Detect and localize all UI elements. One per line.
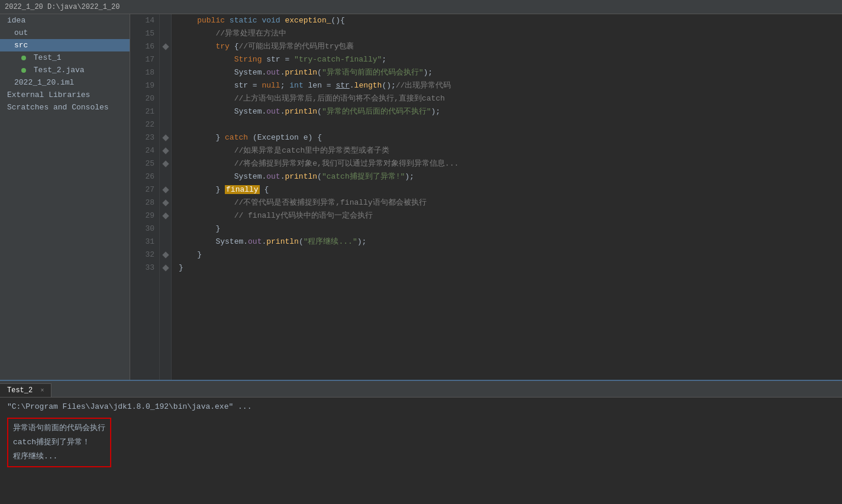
finally-keyword: finally: [225, 185, 260, 194]
gutter-30: [160, 222, 171, 235]
close-tab-icon[interactable]: ×: [40, 387, 44, 394]
gutter-20: [160, 92, 171, 105]
gutter-32[interactable]: [160, 248, 171, 261]
gutter-23[interactable]: [160, 131, 171, 144]
gutter-18: [160, 66, 171, 79]
sidebar-item-label: Scratches and Consoles: [7, 103, 109, 112]
code-line-25: //将会捕捉到异常对象e,我们可以通过异常对象得到异常信息...: [179, 157, 842, 170]
code-line-19: str = null; int len = str.length();//出现异…: [179, 79, 842, 92]
breakpoint-diamond-25[interactable]: [162, 160, 169, 167]
code-line-29: // finally代码块中的语句一定会执行: [179, 209, 842, 222]
test2-dot-icon: [21, 68, 26, 73]
gutter-26: [160, 170, 171, 183]
console-output: "C:\Program Files\Java\jdk1.8.0_192\bin\…: [0, 398, 842, 504]
code-line-14: public static void exception_(){: [179, 14, 842, 27]
code-line-30: }: [179, 222, 842, 235]
code-line-15: //异常处理在方法中: [179, 27, 842, 40]
code-editor[interactable]: 14 15 16 17 18 19 20 21 22 23 24 25 26 2…: [130, 14, 842, 380]
gutter-25[interactable]: [160, 157, 171, 170]
gutter-15: [160, 27, 171, 40]
bottom-tab-test2[interactable]: Test_2 ×: [0, 383, 51, 397]
gutter-29[interactable]: [160, 209, 171, 222]
top-bar-title: 2022_1_20 D:\java\2022_1_20: [5, 3, 120, 11]
console-output-line-3: 程序继续...: [13, 450, 105, 464]
breakpoint-diamond-29[interactable]: [162, 212, 169, 219]
test1-dot-icon: [21, 56, 26, 60]
gutter-19: [160, 79, 171, 92]
breakpoint-diamond-32[interactable]: [162, 251, 169, 258]
breakpoint-diamond-27[interactable]: [162, 186, 169, 193]
code-line-17: String str = "try-catch-finally";: [179, 53, 842, 66]
gutter-27[interactable]: [160, 183, 171, 196]
gutter-24[interactable]: [160, 144, 171, 157]
gutter-14: [160, 14, 171, 27]
editor-area: 14 15 16 17 18 19 20 21 22 23 24 25 26 2…: [130, 14, 842, 380]
sidebar-item-src[interactable]: src: [0, 39, 130, 51]
gutter-16[interactable]: [160, 40, 171, 53]
code-line-23: } catch (Exception e) {: [179, 131, 842, 144]
code-line-24: //如果异常是catch里中的异常类型或者子类: [179, 144, 842, 157]
sidebar-item-scratches[interactable]: Scratches and Consoles: [0, 101, 130, 114]
code-line-33: }: [179, 261, 842, 274]
code-line-27: } finally {: [179, 183, 842, 196]
breakpoint-diamond-28[interactable]: [162, 199, 169, 206]
gutter: [160, 14, 172, 380]
gutter-17: [160, 53, 171, 66]
breakpoint-diamond-33[interactable]: [162, 264, 169, 271]
console-cmd: "C:\Program Files\Java\jdk1.8.0_192\bin\…: [7, 401, 835, 413]
bottom-panel: Test_2 × "C:\Program Files\Java\jdk1.8.0…: [0, 380, 842, 504]
top-bar: 2022_1_20 D:\java\2022_1_20: [0, 0, 842, 14]
sidebar-item-extlibs[interactable]: External Libraries: [0, 89, 130, 101]
code-line-16: try {//可能出现异常的代码用try包裹: [179, 40, 842, 53]
sidebar-item-label: External Libraries: [7, 91, 90, 99]
code-line-22: [179, 118, 842, 131]
main-area: idea out src Test_1 Test_2.java 2022_1_2…: [0, 14, 842, 380]
gutter-31: [160, 235, 171, 248]
sidebar-item-label: Test_2.java: [34, 66, 85, 75]
console-output-line-2: catch捕捉到了异常！: [13, 435, 105, 450]
bottom-tabs: Test_2 ×: [0, 381, 842, 398]
sidebar-item-iml[interactable]: 2022_1_20.iml: [0, 76, 130, 89]
breakpoint-diamond-23[interactable]: [162, 134, 169, 141]
code-line-18: System.out.println("异常语句前面的代码会执行");: [179, 66, 842, 79]
sidebar-item-test1[interactable]: Test_1: [0, 51, 130, 64]
sidebar: idea out src Test_1 Test_2.java 2022_1_2…: [0, 14, 130, 380]
code-content[interactable]: public static void exception_(){ //异常处理在…: [172, 14, 842, 380]
code-line-28: //不管代码是否被捕捉到异常,finally语句都会被执行: [179, 196, 842, 209]
console-output-line-1: 异常语句前面的代码会执行: [13, 421, 105, 435]
sidebar-item-label: idea: [7, 16, 25, 25]
sidebar-item-label: Test_1: [34, 53, 62, 62]
sidebar-item-label: 2022_1_20.iml: [14, 78, 74, 87]
gutter-21: [160, 105, 171, 118]
sidebar-item-label: out: [14, 28, 28, 37]
code-line-20: //上方语句出现异常后,后面的语句将不会执行,直接到catch: [179, 92, 842, 105]
line-numbers: 14 15 16 17 18 19 20 21 22 23 24 25 26 2…: [130, 14, 160, 380]
code-line-31: System.out.println("程序继续...");: [179, 235, 842, 248]
bottom-tab-label: Test_2: [7, 386, 33, 395]
console-result-box: 异常语句前面的代码会执行 catch捕捉到了异常！ 程序继续...: [7, 418, 111, 467]
breakpoint-diamond-24[interactable]: [162, 147, 169, 154]
gutter-22: [160, 118, 171, 131]
gutter-33[interactable]: [160, 261, 171, 274]
breakpoint-diamond-16[interactable]: [162, 43, 169, 50]
sidebar-item-idea[interactable]: idea: [0, 14, 130, 27]
sidebar-item-test2[interactable]: Test_2.java: [0, 64, 130, 76]
gutter-28[interactable]: [160, 196, 171, 209]
sidebar-item-out[interactable]: out: [0, 27, 130, 39]
code-line-21: System.out.println("异常的代码后面的代码不执行");: [179, 105, 842, 118]
code-line-26: System.out.println("catch捕捉到了异常!");: [179, 170, 842, 183]
sidebar-item-label: src: [14, 41, 28, 50]
code-line-32: }: [179, 248, 842, 261]
